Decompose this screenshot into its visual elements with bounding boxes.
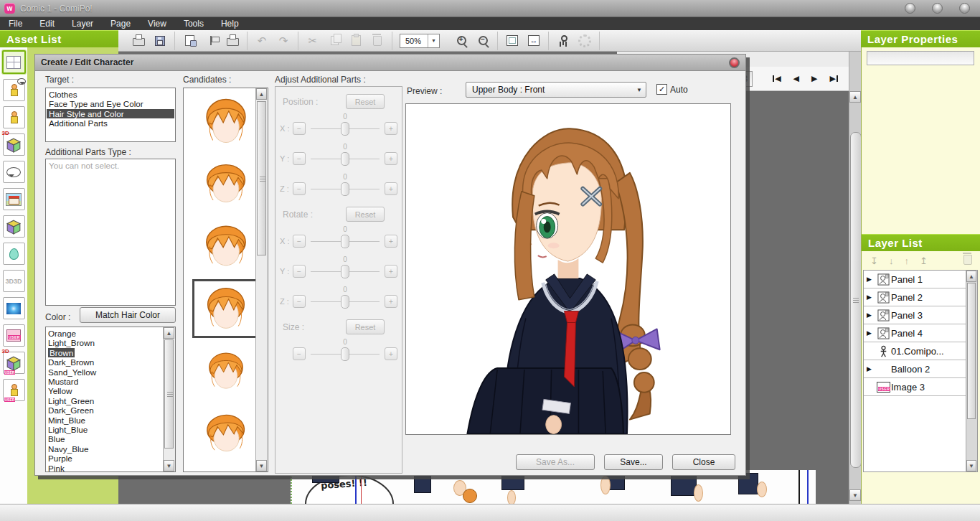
menu-view[interactable]: View — [139, 17, 175, 30]
layer-row[interactable]: ▶Panel 2 — [864, 288, 977, 306]
layer-row[interactable]: ▶Balloon 2 — [864, 360, 977, 378]
scroll-down-icon[interactable]: ▼ — [164, 460, 174, 471]
menu-edit[interactable]: Edit — [31, 17, 63, 30]
color-item[interactable]: Brown — [46, 348, 175, 357]
fit-page-icon[interactable] — [503, 32, 522, 50]
scene-icon[interactable] — [3, 79, 25, 101]
fit-width-icon[interactable]: ↔ — [524, 32, 543, 50]
dialog-titlebar[interactable]: Create / Edit Character — [35, 55, 745, 71]
target-item[interactable]: Additional Parts — [47, 118, 174, 128]
expand-arrow-icon[interactable]: ▶ — [867, 294, 875, 301]
color-item[interactable]: Mint_Blue — [46, 416, 175, 425]
background-icon[interactable] — [3, 188, 25, 210]
panel-layout-icon[interactable] — [2, 50, 26, 74]
color-item[interactable]: Sand_Yellow — [46, 367, 175, 377]
balloon-icon[interactable] — [3, 161, 25, 183]
color-item[interactable]: Light_Blue — [46, 425, 175, 434]
previous-page-button[interactable]: ◀ — [793, 74, 799, 83]
menu-layer[interactable]: Layer — [63, 17, 102, 30]
menu-page[interactable]: Page — [102, 17, 139, 30]
scrollbar-thumb[interactable] — [164, 339, 174, 449]
color-item[interactable]: Light_Brown — [46, 338, 175, 347]
color-item[interactable]: Dark_Brown — [46, 357, 175, 367]
user-image-icon[interactable]: USER — [3, 324, 25, 347]
color-item[interactable]: Purple — [46, 454, 175, 463]
scroll-down-icon[interactable]: ▼ — [256, 460, 267, 471]
save-icon[interactable] — [151, 32, 169, 50]
color-listbox[interactable]: OrangeLight_BrownBrownDark_BrownSand_Yel… — [45, 327, 176, 472]
layer-list-scrollbar[interactable]: ▲ ▼ — [966, 271, 977, 471]
print-icon[interactable] — [129, 32, 148, 50]
next-page-button[interactable]: ▶ — [811, 74, 817, 83]
menu-file[interactable]: File — [0, 17, 31, 30]
color-item[interactable]: Light_Green — [46, 396, 175, 405]
expand-arrow-icon[interactable]: ▶ — [867, 365, 875, 372]
3d-item-icon[interactable]: 3D — [3, 133, 25, 156]
target-listbox[interactable]: ClothesFace Type and Eye ColorHair Style… — [45, 88, 176, 142]
zoom-out-icon[interactable]: − — [473, 32, 492, 50]
hair-style-2[interactable] — [192, 154, 260, 213]
color-item[interactable]: Yellow — [46, 386, 175, 395]
close-window-button[interactable] — [959, 3, 970, 14]
match-hair-color-button[interactable]: Match Hair Color — [80, 307, 176, 323]
auto-checkbox[interactable]: ✓ Auto — [656, 84, 688, 95]
target-item[interactable]: Face Type and Eye Color — [47, 99, 174, 108]
color-item[interactable]: Blue — [46, 434, 175, 443]
scroll-up-icon[interactable]: ▲ — [164, 327, 174, 339]
scrollbar-thumb[interactable] — [967, 283, 976, 419]
menu-help[interactable]: Help — [212, 17, 248, 30]
pose-icon[interactable] — [554, 32, 573, 50]
target-item[interactable]: Hair Style and Color — [47, 109, 174, 118]
preview-view-select[interactable]: Upper Body : Front ▼ — [466, 82, 646, 98]
scroll-down-icon[interactable]: ▼ — [849, 489, 861, 501]
user-character-icon[interactable]: USER — [3, 379, 25, 401]
dialog-close-icon[interactable] — [729, 57, 740, 68]
scroll-down-icon[interactable]: ▼ — [966, 460, 976, 471]
maximize-button[interactable] — [932, 3, 943, 14]
color-item[interactable]: Mustard — [46, 377, 175, 386]
save-button[interactable]: Save... — [604, 454, 663, 470]
parts-type-listbox[interactable]: You can not select. — [45, 159, 176, 306]
color-list-scrollbar[interactable]: ▲ ▼ — [163, 327, 175, 471]
expand-arrow-icon[interactable]: ▶ — [867, 311, 875, 319]
scroll-up-icon[interactable]: ▲ — [966, 271, 976, 282]
color-item[interactable]: Pink — [46, 464, 175, 472]
expand-arrow-icon[interactable]: ▶ — [867, 329, 875, 337]
layer-row[interactable]: ▶Panel 1 — [864, 271, 977, 288]
candidates-listbox[interactable]: ▲ ▼ — [183, 88, 268, 472]
zoom-in-icon[interactable]: + — [452, 32, 471, 50]
target-item[interactable]: Clothes — [47, 90, 174, 99]
color-item[interactable]: Navy_Blue — [46, 444, 175, 454]
export-icon[interactable] — [180, 32, 199, 50]
print-page-icon[interactable] — [223, 32, 242, 50]
color-item[interactable]: Dark_Green — [46, 405, 175, 415]
close-button[interactable]: Close — [672, 454, 735, 470]
page-guide-icon[interactable] — [202, 32, 220, 50]
layer-name-field[interactable] — [867, 51, 974, 65]
expand-arrow-icon[interactable]: ▶ — [867, 276, 875, 283]
layer-row[interactable]: USERImage 3 — [864, 378, 977, 396]
hair-style-5[interactable] — [192, 342, 260, 400]
layer-row[interactable]: 01.Comipo... — [864, 342, 977, 360]
canvas-vertical-scrollbar[interactable]: ▲ ▼ — [849, 52, 861, 504]
color-item[interactable]: Orange — [46, 329, 175, 338]
layer-row[interactable]: ▶Panel 4 — [864, 324, 977, 342]
item-cube-icon[interactable] — [3, 215, 25, 238]
character-icon[interactable] — [3, 106, 25, 128]
menu-tools[interactable]: Tools — [175, 17, 212, 30]
hair-style-6[interactable] — [192, 404, 260, 463]
scroll-up-icon[interactable]: ▲ — [849, 91, 861, 103]
hair-style-4[interactable] — [192, 279, 260, 338]
hair-style-1[interactable] — [192, 92, 260, 151]
effect-burst-icon[interactable] — [3, 297, 25, 319]
minimize-button[interactable] — [905, 3, 915, 14]
scrollbar-thumb[interactable] — [850, 132, 862, 468]
effect-drop-icon[interactable] — [3, 243, 25, 265]
hair-style-3[interactable] — [192, 217, 260, 276]
zoom-level-select[interactable]: 50%▼ — [400, 34, 440, 48]
last-page-button[interactable]: ▶ — [830, 74, 839, 83]
3d-disabled-icon[interactable]: 3D3D — [3, 270, 25, 292]
user-3d-icon[interactable]: 3DUSER — [3, 352, 25, 374]
layer-row[interactable]: ▶Panel 3 — [864, 306, 977, 324]
first-page-button[interactable]: ◀ — [772, 74, 781, 83]
